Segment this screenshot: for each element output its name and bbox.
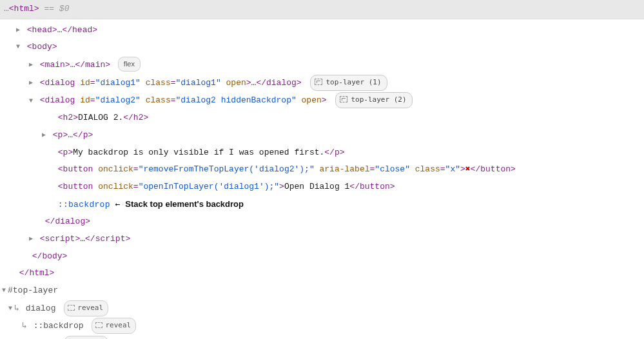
top-layer-section[interactable]: ▼#top-layer — [0, 282, 644, 300]
badge-icon — [340, 96, 347, 102]
ellipsis: … — [4, 4, 9, 14]
top-layer-item[interactable]: ▼↳ dialog reveal ← Link to the stack top… — [0, 335, 644, 339]
node-button-close[interactable]: <button onclick="removeFromTheTopLayer('… — [0, 161, 644, 179]
node-backdrop-pseudo[interactable]: ::backdrop ← Stack top element's backdro… — [0, 196, 644, 214]
node-dialog1[interactable]: ▶ <dialog id="dialog1" class="dialog1" o… — [0, 74, 644, 92]
node-body-open[interactable]: ▼ <body> — [0, 39, 644, 56]
expand-toggle[interactable]: ▶ — [27, 233, 35, 245]
selection-var: $0 — [59, 4, 70, 14]
badge-icon — [315, 79, 322, 85]
expand-toggle[interactable]: ▶ — [27, 77, 35, 89]
node-button-open[interactable]: <button onclick="openInTopLayer('dialog1… — [0, 179, 644, 196]
node-html-close[interactable]: </html> — [0, 265, 644, 282]
reveal-button[interactable]: reveal — [92, 318, 136, 334]
expand-toggle[interactable]: ▶ — [27, 59, 35, 71]
top-layer-badge-1[interactable]: top-layer (1) — [310, 75, 387, 91]
script-close-tag: </script> — [85, 234, 130, 244]
node-h2[interactable]: <h2>DIALOG 2.</h2> — [0, 110, 644, 127]
reveal-button[interactable]: reveal — [64, 300, 108, 316]
selected-node-bar: …<html> == $0 — [0, 0, 644, 19]
arrow-left-icon: ← — [115, 199, 121, 209]
top-layer-item[interactable]: ↳ ::backdrop reveal — [0, 317, 644, 335]
annotation-text: Stack top element's backdrop — [125, 199, 244, 209]
dom-tree: ▶ <head>…</head> ▼ <body> ▶ <main>…</mai… — [0, 19, 644, 339]
node-head[interactable]: ▶ <head>…</head> — [0, 22, 644, 39]
layout-badge-flex[interactable]: flex — [118, 57, 141, 72]
link-icon: ↳ — [22, 321, 27, 331]
node-main[interactable]: ▶ <main>…</main> flex — [0, 56, 644, 74]
node-p-text[interactable]: <p>My backdrop is only visible if I was … — [0, 144, 644, 162]
root-html-tag[interactable]: <html> — [9, 4, 39, 14]
node-p-collapsed[interactable]: ▶ <p>…</p> — [0, 127, 644, 144]
equals: == — [39, 4, 59, 14]
badge-icon — [95, 322, 102, 328]
expand-toggle[interactable]: ▶ — [14, 24, 22, 36]
expand-toggle[interactable]: ▼ — [6, 302, 14, 315]
expand-toggle[interactable]: ▶ — [40, 129, 48, 141]
badge-icon — [68, 305, 75, 311]
node-body-close[interactable]: </body> — [0, 248, 644, 266]
reveal-button[interactable]: reveal — [64, 336, 108, 339]
expand-toggle[interactable]: ▼ — [27, 95, 35, 107]
top-layer-item[interactable]: ▼↳ dialog reveal — [0, 300, 644, 318]
top-layer-badge-2[interactable]: top-layer (2) — [335, 92, 412, 108]
close-x-icon: ✖ — [465, 164, 471, 174]
expand-toggle[interactable]: ▼ — [14, 41, 22, 53]
node-dialog2-open[interactable]: ▼ <dialog id="dialog2" class="dialog2 hi… — [0, 92, 644, 110]
link-icon: ↳ — [14, 304, 19, 313]
node-dialog2-close[interactable]: </dialog> — [0, 213, 644, 231]
expand-toggle[interactable]: ▼ — [0, 284, 8, 296]
node-script[interactable]: ▶ <script>…</script> — [0, 231, 644, 248]
